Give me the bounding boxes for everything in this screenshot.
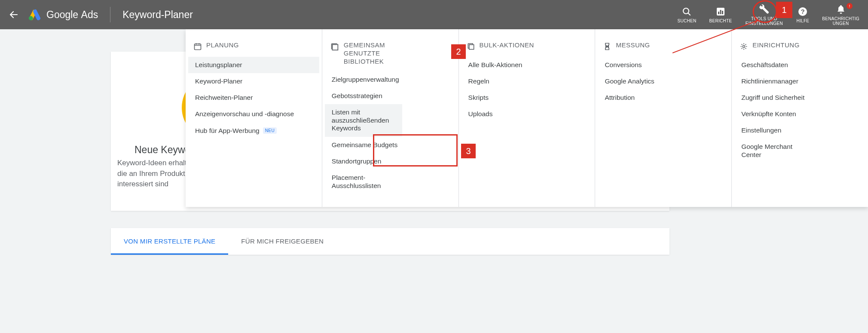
menu-item-policy-manager[interactable]: Richtlinienmanager: [734, 73, 865, 89]
annotation-1: 1: [776, 2, 792, 18]
menu-col-shared-library: GEMEINSAM GENUTZTE BIBLIOTHEK Zielgruppe…: [322, 29, 459, 207]
menu-item-all-bulk[interactable]: Alle Bulk-Aktionen: [462, 57, 593, 73]
search-icon: [682, 6, 692, 17]
svg-rect-10: [469, 45, 474, 49]
bell-icon: !: [836, 4, 846, 15]
menu-item-settings[interactable]: Einstellungen: [734, 122, 865, 139]
new-badge: NEU: [263, 127, 277, 134]
menu-col-bulk: BULK-AKTIONEN Alle Bulk-Aktionen Regeln …: [459, 29, 596, 207]
menu-item-merchant-center[interactable]: Google Merchant Center: [734, 139, 807, 163]
bar-chart-icon: [715, 6, 726, 17]
menu-item-analytics[interactable]: Google Analytics: [598, 73, 729, 89]
back-arrow-icon[interactable]: [9, 9, 19, 20]
annotation-3: 3: [461, 144, 476, 158]
brand-text: Google Ads: [46, 9, 98, 21]
svg-rect-8: [195, 44, 201, 49]
tab-my-plans[interactable]: VON MIR ERSTELLTE PLÄNE: [111, 228, 228, 255]
menu-item-reichweiten-planer[interactable]: Reichweiten-Planer: [188, 89, 319, 106]
svg-point-0: [29, 16, 33, 20]
menu-item-keyword-planer[interactable]: Keyword-Planer: [188, 73, 319, 89]
menu-col-setup: EINRICHTUNG Geschäftsdaten Richtlinienma…: [732, 29, 868, 207]
annotation-circle-1: [752, 0, 778, 24]
menu-item-negative-keywords[interactable]: Listen mit auszuschließenden Keywords: [325, 104, 402, 137]
menu-col-title: GEMEINSAM GENUTZTE BIBLIOTHEK: [344, 41, 395, 65]
menu-item-conversions[interactable]: Conversions: [598, 57, 729, 73]
menu-item-linked-accounts[interactable]: Verknüpfte Konten: [734, 106, 865, 122]
notifications-tool[interactable]: ! BENACHRICHTIG UNGEN: [822, 4, 859, 26]
google-ads-logo-icon: [28, 8, 42, 21]
calendar-icon: [193, 42, 202, 51]
menu-item-uploads[interactable]: Uploads: [462, 106, 593, 122]
annotation-arrow: [672, 19, 767, 54]
library-icon: [330, 42, 339, 52]
svg-line-13: [672, 20, 758, 53]
help-icon: ?: [798, 6, 808, 17]
menu-col-planning: PLANUNG Leistungsplaner Keyword-Planer R…: [186, 29, 322, 207]
svg-point-12: [753, 1, 776, 22]
menu-item-app-hub[interactable]: Hub für App-WerbungNEU: [188, 123, 319, 139]
svg-text:?: ?: [801, 8, 805, 15]
menu-item-rules[interactable]: Regeln: [462, 73, 593, 89]
card-title: Neue Keywo: [134, 144, 190, 156]
menu-col-title: BULK-AKTIONEN: [480, 41, 534, 49]
plans-tabs: VON MIR ERSTELLTE PLÄNE FÜR MICH FREIGEG…: [111, 228, 669, 255]
svg-rect-3: [718, 12, 719, 14]
menu-item-scripts[interactable]: Skripts: [462, 89, 593, 106]
menu-col-title: PLANUNG: [206, 41, 239, 49]
svg-rect-9: [332, 45, 338, 50]
menu-item-anzeigenvorschau[interactable]: Anzeigenvorschau und -diagnose: [188, 106, 319, 123]
divider: [110, 7, 110, 22]
hourglass-icon: [603, 42, 611, 51]
tools-mega-menu: PLANUNG Leistungsplaner Keyword-Planer R…: [186, 29, 868, 207]
annotation-2: 2: [451, 44, 466, 59]
menu-item-placement-exclusions[interactable]: Placement-Ausschlusslisten: [325, 170, 394, 194]
page-title: Keyword-Planer: [122, 9, 193, 21]
menu-col-title: MESSUNG: [616, 41, 650, 49]
notification-badge: !: [847, 3, 853, 9]
help-tool[interactable]: ? HILFE: [796, 6, 809, 23]
menu-item-leistungsplaner[interactable]: Leistungsplaner: [188, 57, 319, 73]
stack-icon: [467, 42, 475, 51]
tab-shared-plans[interactable]: FÜR MICH FREIGEGEBEN: [228, 228, 336, 255]
menu-item-zielgruppen[interactable]: Zielgruppenverwaltung: [325, 71, 456, 88]
svg-rect-5: [722, 11, 723, 14]
menu-item-attribution[interactable]: Attribution: [598, 89, 729, 106]
menu-item-business-data[interactable]: Geschäftsdaten: [734, 57, 865, 73]
annotation-outline-3: [373, 134, 458, 166]
menu-col-measurement: MESSUNG Conversions Google Analytics Att…: [595, 29, 732, 207]
svg-rect-4: [720, 10, 721, 14]
menu-item-gebotsstrategien[interactable]: Gebotsstrategien: [325, 88, 456, 104]
menu-item-access-security[interactable]: Zugriff und Sicherheit: [734, 89, 865, 106]
